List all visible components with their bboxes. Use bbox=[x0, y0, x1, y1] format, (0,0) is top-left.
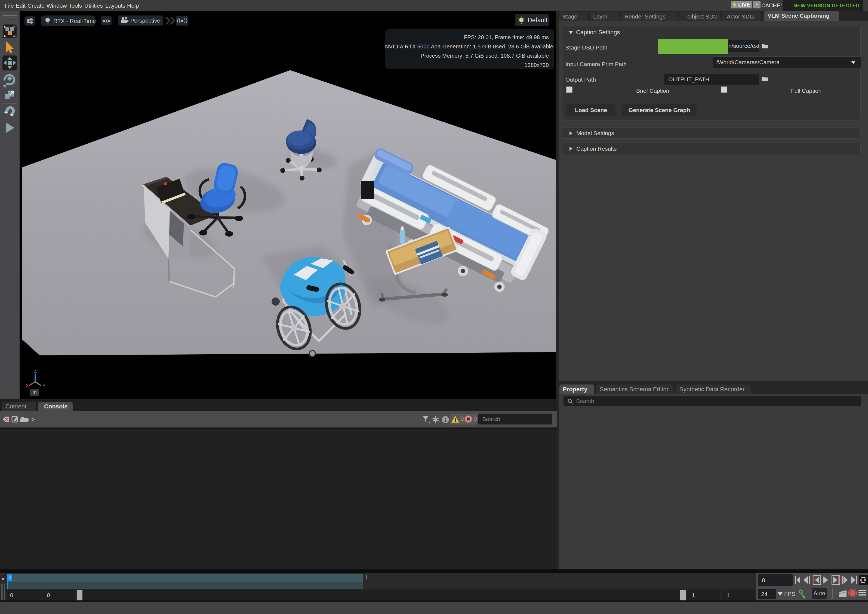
svg-text:Y: Y bbox=[42, 383, 46, 389]
svg-text:X: X bbox=[26, 383, 29, 389]
svg-text:Z: Z bbox=[34, 370, 37, 374]
